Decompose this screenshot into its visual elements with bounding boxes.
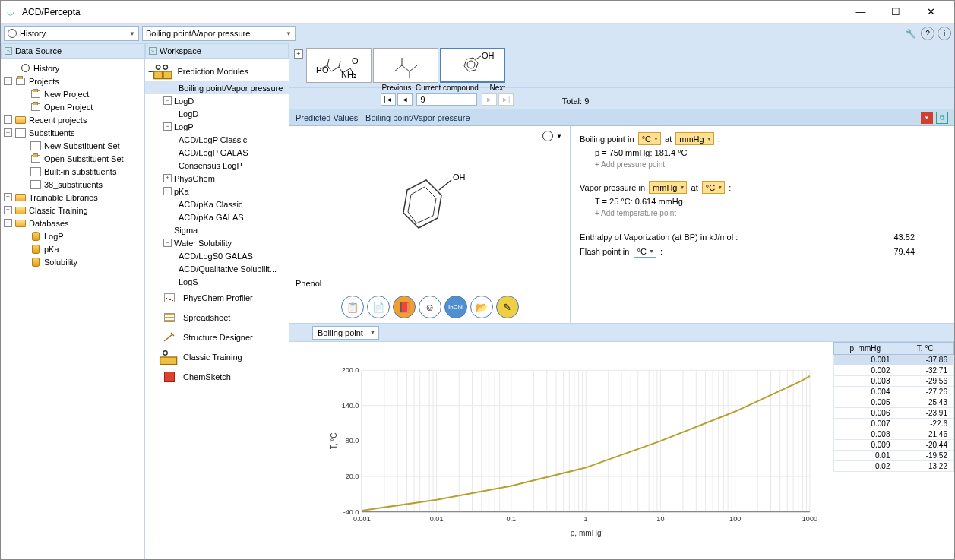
nav-next[interactable]: ► [482, 93, 497, 106]
data-table: p, mmHg T, °C 0.001-37.860.002-32.710.00… [833, 342, 954, 559]
ws-logd[interactable]: −LogD [145, 94, 289, 107]
ws-bp-vp[interactable]: Boiling point/Vapor pressure [145, 81, 289, 94]
table-row[interactable]: 0.004-27.26 [834, 387, 954, 397]
svg-text:80.0: 80.0 [346, 437, 359, 445]
flash-unit-select[interactable]: °C [634, 245, 656, 258]
table-row[interactable]: 0.001-37.86 [834, 355, 954, 365]
ws-physchem[interactable]: +PhysChem [145, 172, 289, 185]
tool-paste[interactable]: 📄 [367, 296, 390, 318]
ws-struct-designer[interactable]: Structure Designer [145, 327, 289, 347]
collapse-icon[interactable]: » [5, 47, 12, 55]
add-pressure-link[interactable]: + Add pressure point [580, 160, 945, 169]
ws-logp-classic[interactable]: ACD/LogP Classic [145, 133, 289, 146]
table-row[interactable]: 0.02-13.22 [834, 461, 954, 472]
ws-ws-galas[interactable]: ACD/LogS0 GALAS [145, 249, 289, 262]
collapse-icon[interactable]: » [149, 47, 157, 55]
tree-projects[interactable]: −Projects [1, 74, 144, 87]
module-dropdown[interactable]: Boiling point/Vapor pressure ▼ [142, 26, 296, 41]
svg-rect-0 [154, 71, 163, 79]
tree-db-logp[interactable]: LogP [1, 229, 144, 242]
tree-new-project[interactable]: New Project [1, 87, 144, 100]
ws-logs[interactable]: LogS [145, 275, 289, 288]
expand-thumbs[interactable]: + [294, 49, 303, 59]
thumb-3[interactable]: OH [440, 48, 505, 83]
minimize-button[interactable]: — [843, 1, 878, 24]
content-panel: + HOONH₂ OH Previous |◄ ◄ Current compou… [289, 43, 954, 559]
section-title-bar: Predicted Values - Boiling point/Vapor p… [289, 109, 954, 126]
ws-chemsketch[interactable]: ChemSketch [145, 367, 289, 387]
ws-logd-sub[interactable]: LogD [145, 107, 289, 120]
tree-open-project[interactable]: Open Project [1, 100, 144, 113]
settings-icon[interactable]: 🔧 [904, 27, 918, 40]
ws-spreadsheet[interactable]: Spreadsheet [145, 308, 289, 327]
nav-total: Total: 9 [562, 96, 589, 106]
workspace-tree: −Prediction Modules Boiling point/Vapor … [145, 59, 289, 559]
thumb-1[interactable]: HOONH₂ [306, 48, 372, 83]
tree-recent-projects[interactable]: +Recent projects [1, 113, 144, 126]
data-source-tree: History −Projects New Project Open Proje… [1, 59, 144, 559]
ws-ws-qual[interactable]: ACD/Qualitative Solubilit... [145, 262, 289, 275]
ws-logp[interactable]: −LogP [145, 120, 289, 133]
tool-copy[interactable]: 📋 [341, 296, 364, 318]
vp-t-unit-select[interactable]: °C [702, 181, 725, 194]
ws-watersol[interactable]: −Water Solubility [145, 236, 289, 249]
table-row[interactable]: 0.005-25.43 [834, 397, 954, 408]
tree-new-sub[interactable]: New Substituent Set [1, 139, 144, 152]
ws-sigma[interactable]: Sigma [145, 223, 289, 236]
tool-smiles[interactable]: ☺ [419, 296, 441, 318]
help-icon[interactable]: ? [921, 27, 934, 40]
svg-line-11 [476, 56, 481, 59]
tree-38-sub[interactable]: 38_substituents [1, 178, 144, 191]
thumb-2[interactable] [373, 48, 438, 83]
ws-pka-classic[interactable]: ACD/pKa Classic [145, 198, 289, 210]
table-row[interactable]: 0.009-20.44 [834, 440, 954, 451]
ws-logp-cons[interactable]: Consensus LogP [145, 159, 289, 172]
tool-edit[interactable]: ✎ [496, 296, 519, 318]
tree-db-pka[interactable]: pKa [1, 242, 144, 255]
history-dropdown[interactable]: History ▼ [4, 26, 139, 41]
ws-pka-galas[interactable]: ACD/pKa GALAS [145, 210, 289, 223]
bp-unit-select[interactable]: °C [638, 132, 661, 145]
chart-type-select[interactable]: Boiling point [312, 326, 379, 340]
svg-text:0.01: 0.01 [430, 515, 444, 523]
col-p[interactable]: p, mmHg [834, 343, 896, 355]
nav-current-input[interactable] [416, 93, 477, 106]
pdf-icon[interactable]: ▾ [921, 112, 933, 124]
tree-databases[interactable]: −Databases [1, 217, 144, 229]
nav-last[interactable]: ►| [498, 93, 514, 106]
bp-p-unit-select[interactable]: mmHg [675, 132, 713, 145]
table-row[interactable]: 0.003-29.56 [834, 376, 954, 387]
main-toolbar: History ▼ Boiling point/Vapor pressure ▼… [1, 24, 954, 43]
table-row[interactable]: 0.008-21.46 [834, 429, 954, 440]
tool-dict[interactable]: 📕 [393, 296, 416, 318]
tree-trainable[interactable]: +Trainable Libraries [1, 191, 144, 204]
close-button[interactable]: ✕ [913, 1, 948, 24]
tree-builtin-sub[interactable]: Built-in substituents [1, 165, 144, 178]
tree-history[interactable]: History [1, 62, 144, 74]
ws-prediction-modules[interactable]: −Prediction Modules [145, 62, 289, 81]
table-row[interactable]: 0.006-23.91 [834, 408, 954, 419]
tree-db-solubility[interactable]: Solubility [1, 255, 144, 268]
table-row[interactable]: 0.01-19.52 [834, 451, 954, 461]
maximize-button[interactable]: ☐ [878, 1, 913, 24]
tool-inchi[interactable]: InChI [444, 296, 467, 318]
col-t[interactable]: T, °C [896, 343, 954, 355]
ws-pka[interactable]: −pKa [145, 185, 289, 198]
ws-physchem-profiler[interactable]: PhysChem Profiler [145, 288, 289, 308]
tree-open-sub[interactable]: Open Substituent Set [1, 152, 144, 165]
tree-classic[interactable]: +Classic Training [1, 204, 144, 217]
tool-open[interactable]: 📂 [470, 296, 493, 318]
copy-icon[interactable]: ⧉ [936, 112, 948, 124]
add-temp-link[interactable]: + Add temperature point [580, 209, 945, 217]
nav-first[interactable]: |◄ [381, 93, 396, 106]
status-badge[interactable]: ▼ [542, 131, 562, 141]
nav-prev[interactable]: ◄ [397, 93, 413, 106]
table-row[interactable]: 0.002-32.71 [834, 365, 954, 376]
ws-classic-training[interactable]: Classic Training [145, 347, 289, 367]
svg-text:NH₂: NH₂ [341, 70, 356, 79]
info-icon[interactable]: i [938, 27, 951, 40]
tree-substituents[interactable]: −Substituents [1, 126, 144, 139]
ws-logp-galas[interactable]: ACD/LogP GALAS [145, 146, 289, 159]
vp-unit-select[interactable]: mmHg [649, 181, 687, 194]
table-row[interactable]: 0.007-22.6 [834, 419, 954, 429]
